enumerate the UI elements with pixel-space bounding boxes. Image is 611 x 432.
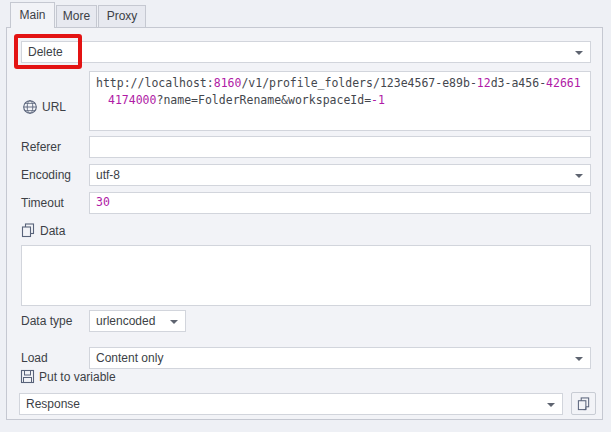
globe-www-icon <box>22 99 38 115</box>
put-to-variable-label: Put to variable <box>39 370 116 384</box>
referer-label: Referer <box>21 140 61 154</box>
http-request-settings-window: { "tabs": { "main": "Main", "more": "Mor… <box>0 0 611 432</box>
url-label-row: URL <box>22 99 66 115</box>
encoding-value: utf-8 <box>96 168 120 182</box>
floppy-disk-icon <box>20 369 35 384</box>
method-dropdown-value: Delete <box>28 45 63 59</box>
chevron-down-icon <box>575 51 583 55</box>
load-label: Load <box>21 351 48 365</box>
data-type-value: urlencoded <box>96 314 155 328</box>
data-label: Data <box>40 224 65 238</box>
method-dropdown[interactable]: Delete <box>21 41 591 63</box>
put-to-variable-value: Response <box>26 397 80 411</box>
tab-proxy-label: Proxy <box>107 9 138 23</box>
tab-more[interactable]: More <box>56 5 97 27</box>
copy-variable-button[interactable] <box>571 392 596 415</box>
chevron-down-icon <box>575 357 583 361</box>
tab-proxy[interactable]: Proxy <box>98 5 146 27</box>
main-tab-panel: Delete URL http://localhost:8160/v1/prof… <box>6 27 603 420</box>
tab-more-label: More <box>63 9 90 23</box>
chevron-down-icon <box>547 403 555 407</box>
chevron-down-icon <box>575 174 583 178</box>
tab-main[interactable]: Main <box>10 2 55 28</box>
put-to-variable-label-row: Put to variable <box>20 369 116 384</box>
data-label-row: Data <box>21 223 65 238</box>
url-text-line-1: http://localhost:8160/v1/profile_folders… <box>96 75 584 92</box>
timeout-label: Timeout <box>21 196 64 210</box>
encoding-label: Encoding <box>21 168 71 182</box>
copy-pages-icon <box>577 397 591 411</box>
timeout-value: 30 <box>96 195 110 209</box>
data-type-dropdown[interactable]: urlencoded <box>89 310 186 332</box>
encoding-dropdown[interactable]: utf-8 <box>89 164 591 186</box>
referer-input[interactable] <box>89 136 591 158</box>
url-text-line-2: 4174000?name=FolderRename&workspaceId=-1 <box>96 92 584 109</box>
tab-main-label: Main <box>19 8 45 22</box>
data-type-label: Data type <box>21 314 72 328</box>
load-dropdown[interactable]: Content only <box>89 347 591 369</box>
url-label: URL <box>42 100 66 114</box>
load-value: Content only <box>96 351 163 365</box>
chevron-down-icon <box>170 320 178 324</box>
data-textarea[interactable] <box>21 245 591 306</box>
url-input[interactable]: http://localhost:8160/v1/profile_folders… <box>89 71 591 131</box>
pages-icon <box>21 223 36 238</box>
put-to-variable-dropdown[interactable]: Response <box>19 393 563 415</box>
timeout-input[interactable]: 30 <box>89 192 591 214</box>
